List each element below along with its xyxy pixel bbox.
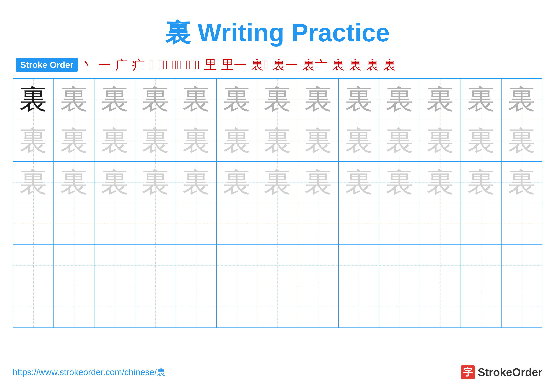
grid-cell[interactable]: [13, 245, 54, 286]
grid-cell[interactable]: 裏: [379, 120, 420, 162]
grid-cell[interactable]: [298, 245, 339, 286]
stroke-16: 裏: [366, 58, 379, 71]
grid-cell[interactable]: [135, 286, 176, 328]
grid-cell[interactable]: 裏: [13, 78, 54, 120]
grid-cell[interactable]: 裏: [298, 161, 339, 203]
grid-cell[interactable]: 裏: [94, 161, 135, 203]
grid-cell[interactable]: 裏: [257, 78, 298, 120]
stroke-3: 广: [115, 58, 128, 71]
stroke-1: 丶: [81, 58, 94, 71]
grid-cell[interactable]: 裏: [135, 120, 176, 162]
grid-cell[interactable]: [176, 286, 216, 328]
grid-cell[interactable]: 裏: [501, 78, 542, 120]
footer-logo: 字 StrokeOrder: [461, 365, 542, 379]
footer-url[interactable]: https://www.strokeorder.com/chinese/裏: [13, 366, 166, 378]
cell-character: 裏: [426, 86, 454, 113]
grid-cell[interactable]: [94, 203, 135, 245]
grid-cell[interactable]: 裏: [54, 161, 94, 203]
grid-cell[interactable]: [257, 245, 298, 286]
grid-cell[interactable]: 裏: [54, 78, 94, 120]
grid-cell[interactable]: 裏: [461, 120, 501, 162]
cell-character: 裏: [142, 168, 169, 196]
grid-cell[interactable]: [216, 203, 257, 245]
grid-cell[interactable]: [501, 245, 542, 286]
grid-cell[interactable]: 裏: [13, 161, 54, 203]
grid-cell[interactable]: [501, 286, 542, 328]
grid-cell[interactable]: [420, 203, 460, 245]
grid-cell[interactable]: 裏: [54, 120, 94, 162]
cell-character: 裏: [60, 86, 88, 113]
grid-cell[interactable]: [339, 286, 379, 328]
grid-cell[interactable]: 裏: [298, 120, 339, 162]
grid-cell[interactable]: [257, 286, 298, 328]
grid-cell[interactable]: 裏: [379, 161, 420, 203]
grid-cell[interactable]: [461, 203, 501, 245]
grid-cell[interactable]: 裏: [216, 120, 257, 162]
grid-cell[interactable]: 裏: [176, 120, 216, 162]
grid-cell[interactable]: [13, 203, 54, 245]
grid-cell[interactable]: [298, 286, 339, 328]
grid-cell[interactable]: [379, 245, 420, 286]
grid-cell[interactable]: 裏: [216, 78, 257, 120]
grid-cell[interactable]: 裏: [176, 78, 216, 120]
grid-cell[interactable]: 裏: [298, 78, 339, 120]
stroke-order-badge: Stroke Order: [16, 58, 78, 72]
practice-grid: 裏裏裏裏裏裏裏裏裏裏裏裏裏裏裏裏裏裏裏裏裏裏裏裏裏裏裏裏裏裏裏裏裏裏裏裏裏裏裏: [13, 78, 542, 328]
title-text: Writing Practice: [190, 18, 390, 47]
grid-cell[interactable]: 裏: [135, 161, 176, 203]
cell-character: 裏: [20, 127, 47, 155]
cell-character: 裏: [467, 86, 495, 113]
cell-character: 裏: [263, 127, 291, 155]
grid-cell[interactable]: 裏: [501, 120, 542, 162]
grid-cell[interactable]: [94, 245, 135, 286]
grid-cell[interactable]: [216, 286, 257, 328]
grid-cell[interactable]: 裏: [379, 78, 420, 120]
grid-cell[interactable]: [461, 286, 501, 328]
cell-character: 裏: [386, 127, 413, 155]
grid-cell[interactable]: 裏: [461, 78, 501, 120]
grid-cell[interactable]: 裏: [257, 120, 298, 162]
grid-cell[interactable]: [54, 286, 94, 328]
cell-character: 裏: [304, 127, 332, 155]
grid-cell[interactable]: 裏: [339, 120, 379, 162]
grid-cell[interactable]: [176, 245, 216, 286]
grid-cell[interactable]: [135, 203, 176, 245]
grid-cell[interactable]: [339, 245, 379, 286]
cell-character: 裏: [101, 127, 129, 155]
grid-cell[interactable]: 裏: [420, 161, 460, 203]
grid-cell[interactable]: [54, 203, 94, 245]
grid-cell[interactable]: [461, 245, 501, 286]
grid-cell[interactable]: 裏: [420, 78, 460, 120]
grid-cell[interactable]: 裏: [501, 161, 542, 203]
grid-cell[interactable]: 裏: [176, 161, 216, 203]
grid-cell[interactable]: [420, 245, 460, 286]
grid-cell[interactable]: 裏: [216, 161, 257, 203]
grid-cell[interactable]: [216, 245, 257, 286]
grid-cell[interactable]: 裏: [461, 161, 501, 203]
grid-cell[interactable]: [339, 203, 379, 245]
grid-cell[interactable]: 裏: [94, 78, 135, 120]
grid-cell[interactable]: [379, 286, 420, 328]
grid-cell[interactable]: 裏: [339, 78, 379, 120]
grid-cell[interactable]: [257, 203, 298, 245]
grid-cell[interactable]: 裏: [13, 120, 54, 162]
grid-cell[interactable]: 裏: [135, 78, 176, 120]
grid-cell[interactable]: 裏: [257, 161, 298, 203]
grid-cell[interactable]: 裏: [420, 120, 460, 162]
grid-cell[interactable]: [298, 203, 339, 245]
grid-cell[interactable]: [379, 203, 420, 245]
grid-cell[interactable]: [176, 203, 216, 245]
grid-cell[interactable]: [501, 203, 542, 245]
grid-cell[interactable]: [135, 245, 176, 286]
grid-cell[interactable]: [94, 286, 135, 328]
grid-cell[interactable]: [13, 286, 54, 328]
grid-cell[interactable]: 裏: [339, 161, 379, 203]
cell-character: 裏: [20, 168, 47, 196]
stroke-5: 𠂆: [149, 58, 154, 71]
grid-cell[interactable]: [54, 245, 94, 286]
cell-character: 裏: [426, 168, 454, 196]
grid-cell[interactable]: [420, 286, 460, 328]
cell-character: 裏: [304, 168, 332, 196]
stroke-chars: 丶 一 广 疒 𠂆 𠂆一 𠂆亠 𠂆亠𠂆 里 里一 裏𠂆 裏一 裏亠 裏 裏 裏 …: [81, 58, 396, 71]
grid-cell[interactable]: 裏: [94, 120, 135, 162]
